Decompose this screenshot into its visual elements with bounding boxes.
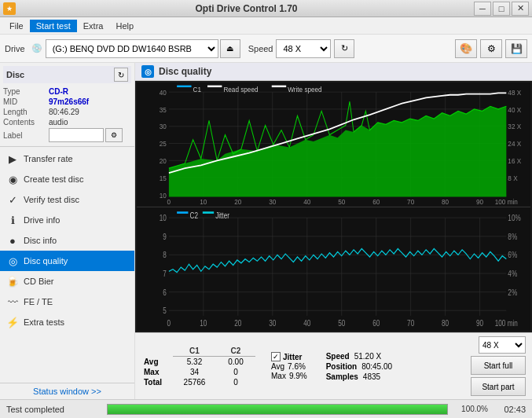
start-part-button[interactable]: Start part [471, 377, 526, 396]
position-row: Position 80:45.00 [326, 362, 392, 371]
sidebar-item-extra-tests[interactable]: ⚡ Extra tests [0, 312, 134, 332]
minimize-button[interactable]: ─ [474, 2, 491, 16]
stats-max-c1: 34 [173, 367, 216, 377]
svg-text:10: 10 [160, 191, 167, 200]
svg-rect-45 [272, 86, 286, 87]
verify-test-disc-icon: ✓ [6, 193, 19, 206]
disc-quality-header-icon: ◎ [141, 65, 154, 78]
samples-label: Samples [326, 372, 358, 381]
sidebar-item-transfer-rate[interactable]: ▶ Transfer rate [0, 148, 134, 169]
svg-text:40: 40 [160, 88, 167, 97]
disc-type-value: CD-R [49, 87, 68, 96]
jitter-checkbox[interactable]: ✓ [271, 352, 281, 361]
svg-text:80: 80 [442, 317, 449, 327]
jitter-label: Jitter [283, 353, 302, 361]
drive-label: Drive [5, 44, 25, 53]
svg-text:40 X: 40 X [508, 105, 521, 114]
status-text: Test completed [6, 405, 101, 414]
drive-select[interactable]: (G:) BENQ DVD DD DW1640 BSRB [46, 39, 218, 58]
svg-text:35: 35 [160, 105, 167, 114]
sidebar-item-fe-te[interactable]: 〰 FE / TE [0, 292, 134, 312]
sidebar-item-verify-test-disc[interactable]: ✓ Verify test disc [0, 189, 134, 210]
svg-text:90: 90 [476, 197, 483, 206]
refresh-button[interactable]: ↻ [334, 39, 354, 58]
svg-text:40: 40 [303, 317, 310, 327]
svg-text:20: 20 [160, 156, 167, 165]
sidebar-item-cd-bier[interactable]: 🍺 CD Bier [0, 271, 134, 292]
window-controls: ─ □ ✕ [474, 2, 529, 16]
svg-text:50: 50 [338, 317, 345, 327]
svg-text:15: 15 [160, 174, 167, 182]
sidebar-item-create-test-disc[interactable]: ◉ Create test disc [0, 169, 134, 189]
status-window-button[interactable]: Status window >> [0, 383, 134, 399]
menu-help[interactable]: Help [109, 20, 140, 32]
save-button[interactable]: 💾 [505, 39, 527, 58]
speed-label-stat: Speed [326, 352, 350, 361]
drive-eject-button[interactable]: ⏏ [220, 39, 240, 58]
window-title: Opti Drive Control 1.70 [19, 3, 474, 14]
disc-quality-header: ◎ Disc quality [135, 63, 532, 81]
menu-extra[interactable]: Extra [77, 20, 110, 32]
menu-file[interactable]: File [3, 20, 30, 32]
sidebar-item-disc-quality[interactable]: ◎ Disc quality [0, 251, 134, 271]
svg-text:60: 60 [372, 197, 380, 206]
sidebar-item-transfer-rate-label: Transfer rate [24, 154, 73, 163]
disc-mid-row: MID 97m26s66f [3, 97, 131, 107]
stats-row-max-label: Max [141, 367, 173, 377]
main-layout: Disc ↻ Type CD-R MID 97m26s66f Length 80… [0, 63, 532, 399]
maximize-button[interactable]: □ [493, 2, 510, 16]
disc-refresh-button[interactable]: ↻ [114, 68, 128, 82]
svg-text:20: 20 [234, 197, 241, 206]
progress-text: 100.0% [453, 405, 488, 413]
start-full-button[interactable]: Start full [471, 356, 526, 375]
menu-bar: File Start test Extra Help [0, 17, 532, 35]
action-buttons: 48 X Start full Start part [471, 336, 526, 396]
disc-label-label: Label [3, 131, 49, 140]
stats-total-c1: 25766 [173, 377, 216, 387]
config-button[interactable]: ⚙ [480, 39, 502, 58]
svg-text:5: 5 [163, 306, 167, 315]
svg-text:4%: 4% [508, 268, 517, 277]
menu-start-test[interactable]: Start test [30, 20, 77, 32]
sidebar-item-disc-quality-label: Disc quality [24, 256, 68, 266]
svg-text:90: 90 [476, 317, 483, 327]
elapsed-time: 02:43 [494, 405, 526, 414]
settings-button[interactable]: 🎨 [455, 39, 477, 58]
speed-select[interactable]: 48 X [276, 39, 331, 58]
svg-text:24 X: 24 X [508, 140, 521, 148]
disc-label-action-button[interactable]: ⚙ [105, 128, 123, 142]
svg-text:10: 10 [160, 213, 167, 222]
nav-items: ▶ Transfer rate ◉ Create test disc ✓ Ver… [0, 147, 134, 334]
status-bar: Test completed 100.0% 02:43 [0, 399, 532, 418]
jitter-max-value: 9.9% [289, 372, 307, 380]
cd-bier-icon: 🍺 [6, 275, 19, 288]
sidebar-item-drive-info[interactable]: ℹ Drive info [0, 210, 134, 230]
svg-text:Write speed: Write speed [288, 85, 321, 94]
stats-avg-c2: 0.00 [216, 357, 255, 367]
svg-text:10: 10 [200, 317, 207, 327]
speed-dropdown[interactable]: 48 X [479, 336, 526, 354]
stats-row-avg-label: Avg [141, 357, 173, 367]
stats-total-c2: 0 [216, 377, 255, 387]
jitter-header: ✓ Jitter [271, 352, 307, 361]
disc-quality-title: Disc quality [159, 66, 211, 77]
svg-text:30: 30 [269, 197, 276, 206]
jitter-avg-label: Avg [271, 362, 284, 371]
stats-col-c2: C2 [216, 346, 255, 357]
svg-text:32 X: 32 X [508, 123, 521, 131]
fe-te-icon: 〰 [6, 295, 19, 308]
svg-rect-85 [177, 211, 188, 214]
svg-text:C2: C2 [189, 211, 197, 220]
svg-text:0: 0 [167, 317, 171, 327]
svg-text:6%: 6% [508, 250, 517, 259]
close-button[interactable]: ✕ [512, 2, 529, 16]
create-test-disc-icon: ◉ [6, 173, 19, 185]
svg-text:8: 8 [163, 250, 167, 259]
disc-quality-icon: ◎ [6, 255, 19, 267]
svg-text:10%: 10% [508, 213, 521, 222]
svg-rect-87 [203, 211, 214, 214]
sidebar-item-disc-info[interactable]: ● Disc info [0, 230, 134, 251]
stats-row-total-label: Total [141, 377, 173, 387]
disc-label-input[interactable] [49, 128, 104, 142]
title-bar: ★ Opti Drive Control 1.70 ─ □ ✕ [0, 0, 532, 17]
